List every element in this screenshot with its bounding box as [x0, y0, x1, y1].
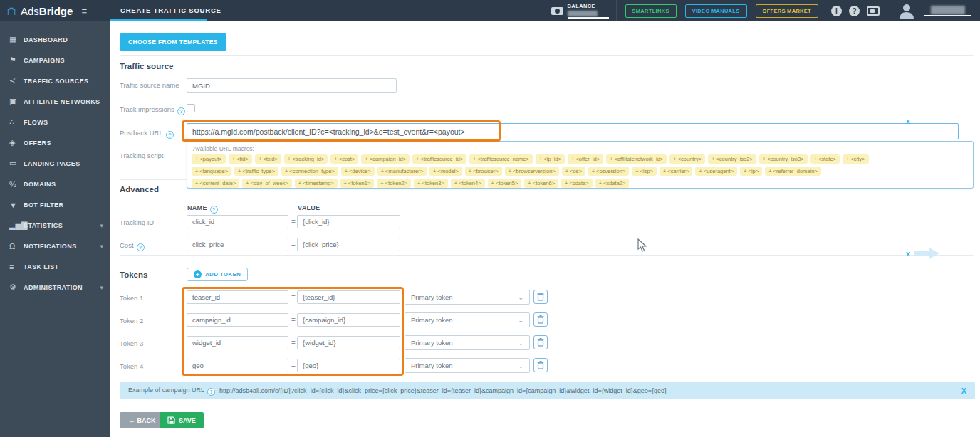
token-type-select[interactable]: Primary token⌄ — [405, 312, 530, 327]
choose-from-templates-button[interactable]: CHOOSE FROM TEMPLATES — [120, 33, 226, 51]
macro-chip[interactable]: + <city> — [843, 154, 868, 164]
close-icon[interactable]: x — [906, 117, 910, 125]
cost-name-input[interactable] — [187, 238, 288, 251]
macro-chip[interactable]: + <tid> — [229, 154, 252, 164]
macro-chip[interactable]: + <offer_id> — [568, 154, 603, 164]
sidebar-item[interactable]: ⚙ ADMINISTRATION ▾ — [0, 277, 110, 298]
macro-chip[interactable]: + <country_iso2> — [708, 154, 756, 164]
macro-chip[interactable]: + <country> — [669, 154, 705, 164]
sidebar-item[interactable]: ≺ TRAFFIC SOURCES — [0, 70, 110, 91]
macro-chip[interactable]: + <model> — [429, 167, 462, 176]
macro-chip[interactable]: + <token5> — [488, 179, 522, 188]
macro-chip[interactable]: + <trafficsource_name> — [469, 154, 533, 164]
delete-token-button[interactable] — [533, 312, 548, 327]
macro-chip[interactable]: + <day_of_week> — [242, 179, 291, 188]
avatar[interactable] — [899, 2, 914, 19]
token-name-input[interactable] — [187, 290, 288, 304]
macro-chip[interactable]: + <cost> — [330, 154, 358, 164]
macro-chip[interactable]: + <referrer_domain> — [765, 167, 821, 176]
macro-chip[interactable]: + <cdata> — [561, 179, 593, 188]
macro-chip[interactable]: + <tracking_id> — [284, 154, 328, 164]
video-manuals-button[interactable]: VIDEO MANUALS — [685, 4, 747, 18]
cost-value-input[interactable] — [297, 238, 400, 251]
macro-chip[interactable]: + <isp> — [632, 167, 657, 176]
payments-icon[interactable] — [867, 6, 880, 16]
token-type-select[interactable]: Primary token⌄ — [405, 290, 530, 305]
tracking-id-value-input[interactable] — [297, 215, 400, 228]
macro-chip[interactable]: + <carrier> — [660, 167, 692, 176]
help-icon[interactable]: ? — [166, 131, 174, 139]
macro-chip[interactable]: + <state> — [810, 154, 840, 164]
help-icon[interactable]: ? — [849, 6, 860, 16]
sidebar-item[interactable]: ≡ TASK LIST — [0, 256, 110, 277]
macro-chip[interactable]: + <current_date> — [192, 179, 239, 188]
macro-chip[interactable]: + <cdata2> — [595, 179, 630, 188]
sidebar-item[interactable]: ⚑ CAMPAIGNS — [0, 50, 110, 70]
macro-chip[interactable]: + <token1> — [340, 179, 375, 188]
macro-chip[interactable]: + <traffic_type> — [234, 167, 278, 176]
track-impressions-checkbox[interactable] — [187, 104, 195, 112]
macro-chip[interactable]: + <language> — [192, 167, 231, 176]
token-name-input[interactable] — [187, 336, 288, 349]
macro-chip[interactable]: + <browserversion> — [505, 167, 559, 176]
token-value-input[interactable] — [297, 336, 400, 349]
macro-chip[interactable]: + <manufacturer> — [377, 167, 427, 176]
token-value-input[interactable] — [297, 359, 400, 372]
macro-chip[interactable]: + <useragent> — [695, 167, 737, 176]
macro-chip[interactable]: + <token4> — [451, 179, 485, 188]
macro-chip[interactable]: + <payout> — [192, 154, 226, 164]
macro-chip[interactable]: + <campaign_id> — [361, 154, 410, 164]
token-type-select[interactable]: Primary token⌄ — [405, 335, 530, 350]
sidebar-item[interactable]: ▭ LANDING PAGES — [0, 153, 110, 174]
macro-chip[interactable]: + <device> — [341, 167, 375, 176]
add-token-button[interactable]: + ADD TOKEN — [187, 268, 248, 281]
help-icon[interactable]: ? — [137, 243, 145, 251]
token-type-select[interactable]: Primary token⌄ — [405, 358, 530, 373]
token-name-input[interactable] — [187, 313, 288, 327]
close-icon[interactable]: x — [906, 250, 910, 258]
macro-chip[interactable]: + <browser> — [465, 167, 502, 176]
sidebar-item[interactable]: Ω NOTIFICATIONS ▾ — [0, 236, 110, 256]
token-name-input[interactable] — [187, 359, 288, 372]
macro-chip[interactable]: + <osversion> — [588, 167, 629, 176]
info-icon[interactable]: i — [831, 6, 842, 16]
macro-chip[interactable]: + <affiliatenetwork_id> — [606, 154, 667, 164]
sidebar-item[interactable]: ▂▅▇ STATISTICS ▾ — [0, 215, 110, 236]
token-value-input[interactable] — [297, 290, 400, 304]
sidebar-item[interactable]: ∴ FLOWS — [0, 112, 110, 132]
tracking-id-name-input[interactable] — [187, 215, 288, 228]
macro-chip[interactable]: + <token3> — [414, 179, 448, 188]
sidebar-item[interactable]: ◈ OFFERS — [0, 132, 110, 153]
sidebar-item[interactable]: ▣ AFFILIATE NETWORKS — [0, 91, 110, 112]
macro-chip[interactable]: + <connection_type> — [281, 167, 338, 176]
macro-chip[interactable]: + <timestamp> — [295, 179, 338, 188]
sidebar-item[interactable]: % DOMAINS — [0, 174, 110, 194]
macro-chip[interactable]: + <txid> — [255, 154, 281, 164]
macro-chip[interactable]: + <os> — [562, 167, 585, 176]
save-button[interactable]: SAVE — [160, 412, 204, 428]
sidebar-item[interactable]: ▼ BOT FILTER — [0, 194, 110, 215]
brand-logo[interactable]: ⛫ AdsBridge ≡ — [0, 0, 110, 21]
macro-chip[interactable]: + <token2> — [377, 179, 411, 188]
help-icon[interactable]: ? — [177, 107, 185, 115]
help-icon[interactable]: ? — [210, 206, 218, 214]
menu-toggle-icon[interactable]: ≡ — [81, 6, 87, 16]
macro-chip[interactable]: + <ip> — [740, 167, 762, 176]
macro-chip[interactable]: + <lp_id> — [536, 154, 565, 164]
token-value-input[interactable] — [297, 313, 400, 327]
traffic-source-name-input[interactable] — [187, 78, 397, 93]
macro-chip[interactable]: + <token6> — [524, 179, 558, 188]
offers-market-button[interactable]: OFFERS MARKET — [756, 4, 818, 18]
macro-chip[interactable]: + <trafficsource_id> — [412, 154, 466, 164]
close-icon[interactable]: X — [961, 387, 966, 395]
postback-url-input[interactable] — [187, 123, 959, 139]
delete-token-button[interactable] — [533, 335, 548, 349]
delete-token-button[interactable] — [533, 358, 548, 372]
sidebar-item[interactable]: ▦ DASHBOARD — [0, 29, 110, 50]
back-button[interactable]: ← BACK — [120, 412, 165, 428]
delete-token-button[interactable] — [533, 290, 548, 304]
macro-chip[interactable]: + <country_iso3> — [759, 154, 808, 164]
smartlinks-button[interactable]: SMARTLINKS — [625, 4, 677, 18]
help-icon[interactable]: ? — [207, 388, 215, 396]
balance-widget[interactable]: BALANCE — [544, 0, 617, 21]
